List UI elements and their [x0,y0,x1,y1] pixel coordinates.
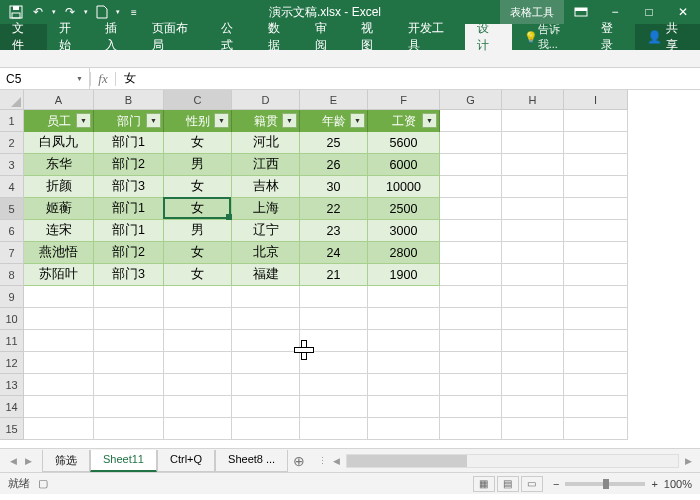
table-header-cell[interactable]: 性别▼ [164,110,232,132]
table-cell[interactable]: 2800 [368,242,440,264]
table-cell[interactable]: 21 [300,264,368,286]
empty-cell[interactable] [368,286,440,308]
empty-cell[interactable] [94,396,164,418]
worksheet-grid[interactable]: 123456789101112131415 ABCDEFGHI 员工▼部门▼性别… [0,90,700,448]
empty-cell[interactable] [164,330,232,352]
empty-cell[interactable] [564,220,628,242]
empty-cell[interactable] [564,286,628,308]
empty-cell[interactable] [502,374,564,396]
empty-cell[interactable] [502,330,564,352]
empty-cell[interactable] [24,286,94,308]
zoom-level[interactable]: 100% [664,478,692,490]
filter-dropdown-icon[interactable]: ▼ [422,113,437,128]
table-cell[interactable]: 部门3 [94,264,164,286]
horizontal-scrollbar[interactable] [346,454,679,468]
table-cell[interactable]: 部门1 [94,220,164,242]
table-cell[interactable]: 部门1 [94,132,164,154]
row-header[interactable]: 1 [0,110,24,132]
empty-cell[interactable] [564,418,628,440]
name-box[interactable]: C5▼ [0,68,90,89]
row-header[interactable]: 3 [0,154,24,176]
row-header[interactable]: 7 [0,242,24,264]
view-page-break-icon[interactable]: ▭ [521,476,543,492]
row-header[interactable]: 15 [0,418,24,440]
filter-dropdown-icon[interactable]: ▼ [76,113,91,128]
table-cell[interactable]: 白凤九 [24,132,94,154]
filter-dropdown-icon[interactable]: ▼ [146,113,161,128]
undo-icon[interactable]: ↶ [28,2,48,22]
table-cell[interactable]: 燕池悟 [24,242,94,264]
share-button[interactable]: 👤共享 [635,24,700,50]
col-header[interactable]: A [24,90,94,110]
empty-cell[interactable] [368,330,440,352]
macro-record-icon[interactable]: ▢ [38,477,48,490]
table-cell[interactable]: 部门3 [94,176,164,198]
empty-cell[interactable] [368,396,440,418]
row-header[interactable]: 6 [0,220,24,242]
col-header[interactable]: C [164,90,232,110]
table-cell[interactable]: 女 [164,132,232,154]
tab-插入[interactable]: 插入 [93,24,140,50]
empty-cell[interactable] [564,198,628,220]
table-cell[interactable]: 女 [164,242,232,264]
redo-dropdown-icon[interactable]: ▾ [82,2,90,22]
empty-cell[interactable] [300,374,368,396]
row-header[interactable]: 4 [0,176,24,198]
sheet-nav-prev-icon[interactable]: ◀ [10,456,17,466]
table-cell[interactable]: 6000 [368,154,440,176]
table-cell[interactable]: 女 [164,264,232,286]
empty-cell[interactable] [94,418,164,440]
zoom-out-button[interactable]: − [553,478,559,490]
table-cell[interactable]: 23 [300,220,368,242]
table-cell[interactable]: 姬蘅 [24,198,94,220]
empty-cell[interactable] [564,242,628,264]
row-header[interactable]: 8 [0,264,24,286]
qat-customize-icon[interactable]: ≡ [124,2,144,22]
zoom-in-button[interactable]: + [651,478,657,490]
table-cell[interactable]: 2500 [368,198,440,220]
empty-cell[interactable] [368,352,440,374]
row-header[interactable]: 14 [0,396,24,418]
empty-cell[interactable] [564,154,628,176]
empty-cell[interactable] [564,352,628,374]
tab-开发工具[interactable]: 开发工具 [396,24,465,50]
tab-数据[interactable]: 数据 [256,24,303,50]
table-cell[interactable]: 连宋 [24,220,94,242]
sheet-tab[interactable]: Sheet11 [90,450,157,472]
row-header[interactable]: 12 [0,352,24,374]
empty-cell[interactable] [24,308,94,330]
empty-cell[interactable] [368,308,440,330]
table-cell[interactable]: 吉林 [232,176,300,198]
empty-cell[interactable] [502,198,564,220]
zoom-slider[interactable] [565,482,645,486]
sheet-tab[interactable]: Ctrl+Q [157,450,215,472]
empty-cell[interactable] [502,308,564,330]
tell-me[interactable]: 💡 告诉我... [512,24,589,50]
table-cell[interactable]: 部门1 [94,198,164,220]
empty-cell[interactable] [502,286,564,308]
empty-cell[interactable] [502,242,564,264]
empty-cell[interactable] [440,242,502,264]
row-header[interactable]: 5 [0,198,24,220]
empty-cell[interactable] [164,352,232,374]
empty-cell[interactable] [440,396,502,418]
row-header[interactable]: 2 [0,132,24,154]
empty-cell[interactable] [564,330,628,352]
empty-cell[interactable] [24,374,94,396]
view-normal-icon[interactable]: ▦ [473,476,495,492]
table-cell[interactable]: 30 [300,176,368,198]
table-cell[interactable]: 北京 [232,242,300,264]
empty-cell[interactable] [440,264,502,286]
row-header[interactable]: 11 [0,330,24,352]
table-cell[interactable]: 26 [300,154,368,176]
empty-cell[interactable] [164,418,232,440]
empty-cell[interactable] [232,396,300,418]
tab-file[interactable]: 文件 [0,24,47,50]
table-cell[interactable]: 1900 [368,264,440,286]
col-header[interactable]: F [368,90,440,110]
new-file-icon[interactable] [92,2,112,22]
empty-cell[interactable] [502,264,564,286]
tab-design[interactable]: 设计 [465,24,512,50]
empty-cell[interactable] [564,132,628,154]
fx-icon[interactable]: fx [91,71,115,87]
